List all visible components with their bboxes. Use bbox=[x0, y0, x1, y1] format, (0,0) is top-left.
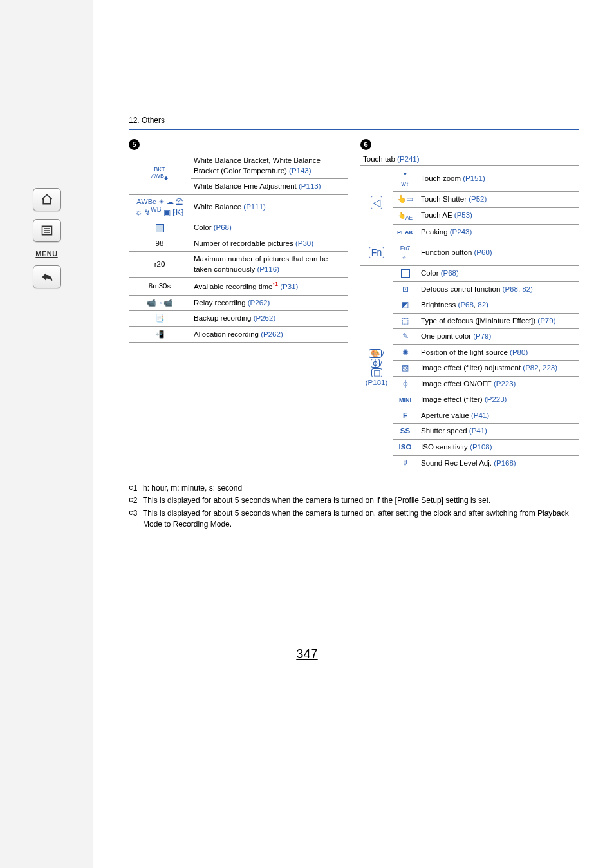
page-ref[interactable]: (P68) bbox=[214, 223, 232, 231]
back-button[interactable] bbox=[33, 265, 61, 288]
page-ref[interactable]: (P41) bbox=[471, 411, 489, 419]
row-desc: Brightness (P68, 82) bbox=[418, 297, 579, 314]
row-desc: Peaking (P243) bbox=[418, 224, 579, 240]
page-ref[interactable]: (P68) bbox=[441, 269, 459, 277]
page-ref[interactable]: (P151) bbox=[463, 175, 485, 182]
page-ref[interactable]: (P168) bbox=[494, 459, 516, 467]
row-desc: Type of defocus ([Miniature Effect]) (P7… bbox=[418, 313, 579, 329]
footnote-1: ¢1h: hour, m: minute, s: second bbox=[129, 483, 579, 494]
touch-tab-group-1-icon: ◁ bbox=[360, 166, 393, 240]
menu-button[interactable]: MENU bbox=[35, 250, 57, 258]
footnote-3: ¢3This is displayed for about 5 seconds … bbox=[129, 508, 579, 531]
touch-shutter-icon: 👆▭ bbox=[393, 192, 418, 208]
page-ref[interactable]: (P223) bbox=[494, 380, 516, 388]
row-desc: White Balance Fine Adjustment (P113) bbox=[191, 179, 348, 195]
row-desc: Defocus control function (P68, 82) bbox=[418, 281, 579, 297]
page-ref[interactable]: (P111) bbox=[243, 203, 266, 211]
row-desc: Image effect (filter) (P223) bbox=[418, 392, 579, 408]
page-ref[interactable]: (P241) bbox=[397, 155, 420, 163]
mini-icon: MINI bbox=[393, 392, 418, 408]
page-ref[interactable]: (P79) bbox=[537, 317, 555, 325]
sidebar-nav: MENU bbox=[0, 188, 93, 288]
row-desc: Position of the light source (P80) bbox=[418, 344, 579, 361]
list-button[interactable] bbox=[33, 219, 61, 242]
touch-tab-group-2-icon: Fn bbox=[360, 240, 393, 266]
table-row: 🎨/ ϕ/ ◫ (P181) Color (P68) bbox=[360, 266, 579, 282]
page-ref[interactable]: (P41) bbox=[469, 427, 487, 435]
table-row: ISO ISO sensitivity (P108) bbox=[360, 440, 579, 456]
row-desc: Allocation recording (P262) bbox=[191, 326, 348, 343]
table-row: ⊡ Defocus control function (P68, 82) bbox=[360, 281, 579, 297]
page-ref[interactable]: (P116) bbox=[257, 265, 279, 273]
page-ref[interactable]: (P80) bbox=[510, 348, 528, 356]
section-5-table: BKTAWB◆ White Balance Bracket, White Bal… bbox=[129, 153, 348, 343]
table-row: 8m30s Available recording time*1 (P31) bbox=[129, 278, 348, 295]
row-desc: Shutter speed (P41) bbox=[418, 424, 579, 440]
page-ref[interactable]: 223) bbox=[543, 364, 557, 372]
page-ref[interactable]: (P262) bbox=[261, 330, 283, 338]
page-ref[interactable]: (P262) bbox=[254, 314, 276, 322]
table-row: 98 Number of recordable pictures (P30) bbox=[129, 236, 348, 252]
wb-bracket-icon: BKTAWB◆ bbox=[129, 153, 191, 195]
page-ref[interactable]: (P181) bbox=[366, 379, 388, 386]
page-ref[interactable]: 82) bbox=[478, 301, 488, 308]
row-desc: Aperture value (P41) bbox=[418, 408, 579, 424]
table-row: BKTAWB◆ White Balance Bracket, White Bal… bbox=[129, 153, 348, 179]
table-row: PEAK Peaking (P243) bbox=[360, 224, 579, 240]
page-ref[interactable]: (P52) bbox=[469, 195, 487, 203]
touch-tab-group-3-icon: 🎨/ ϕ/ ◫ (P181) bbox=[360, 266, 393, 471]
page-ref[interactable]: (P223) bbox=[485, 395, 507, 403]
row-desc: White Balance (P111) bbox=[191, 194, 348, 220]
home-button[interactable] bbox=[33, 188, 61, 211]
header-rule bbox=[129, 129, 579, 130]
mic-icon: 🎙 bbox=[393, 455, 418, 471]
page-ref[interactable]: (P53) bbox=[454, 211, 472, 219]
page-ref[interactable]: (P262) bbox=[248, 299, 270, 307]
continuous-count: r20 bbox=[129, 252, 191, 278]
wb-icons: AWBc ☀ ☁ ⛱☼ ↯WB ▣ ⁅K⁆ bbox=[129, 194, 191, 220]
effect-onoff-icon: ϕ bbox=[393, 376, 418, 392]
light-source-icon: ✺ bbox=[393, 344, 418, 361]
row-desc: Touch Shutter (P52) bbox=[418, 192, 579, 208]
row-desc: Number of recordable pictures (P30) bbox=[191, 236, 348, 252]
section-5-badge: 5 bbox=[129, 139, 140, 150]
row-desc: White Balance Bracket, White Balance Bra… bbox=[191, 153, 348, 179]
row-desc: One point color (P79) bbox=[418, 329, 579, 345]
page-ref[interactable]: (P30) bbox=[295, 240, 313, 247]
backup-icon: 📑 bbox=[129, 311, 191, 327]
page-ref[interactable]: (P243) bbox=[450, 228, 472, 236]
one-point-color-icon: ✎ bbox=[393, 329, 418, 345]
touch-zoom-icon: ▾w↕ bbox=[393, 166, 418, 192]
table-row: 📑 Backup recording (P262) bbox=[129, 311, 348, 327]
row-desc: Touch zoom (P151) bbox=[418, 166, 579, 192]
section-6: 6 Touch tab (P241) ◁ ▾w↕ Touch zoom (P15… bbox=[360, 139, 579, 471]
pictures-count: 98 bbox=[129, 236, 191, 252]
page-number: 347 bbox=[0, 646, 614, 661]
page-ref[interactable]: 82) bbox=[522, 285, 533, 293]
table-row: ⬚ Type of defocus ([Miniature Effect]) (… bbox=[360, 313, 579, 329]
shutter-speed-icon: SS bbox=[393, 424, 418, 440]
table-row: 📹→📹 Relay recording (P262) bbox=[129, 295, 348, 311]
row-desc: Color (P68) bbox=[191, 220, 348, 236]
table-row: 👆▭ Touch Shutter (P52) bbox=[360, 192, 579, 208]
section-6-badge: 6 bbox=[360, 139, 371, 150]
page-ref[interactable]: (P113) bbox=[299, 182, 321, 190]
table-row: 🎙 Sound Rec Level Adj. (P168) bbox=[360, 455, 579, 471]
filter-adjust-icon: ▧ bbox=[393, 361, 418, 377]
page-ref[interactable]: (P82 bbox=[523, 364, 538, 372]
page-ref[interactable]: (P79) bbox=[473, 332, 491, 340]
page-ref[interactable]: (P68 bbox=[458, 301, 474, 308]
miniature-defocus-icon: ⬚ bbox=[393, 313, 418, 329]
page-ref[interactable]: (P108) bbox=[470, 443, 492, 451]
page-ref[interactable]: (P143) bbox=[289, 167, 312, 175]
table-row: Fn Fn7ᯤ Function button (P60) bbox=[360, 240, 579, 266]
row-desc: Touch AE (P53) bbox=[418, 207, 579, 224]
table-row: SS Shutter speed (P41) bbox=[360, 424, 579, 440]
page-ref[interactable]: (P31) bbox=[278, 283, 298, 290]
page-content: 12. Others 5 BKTAWB◆ White Balance Brack… bbox=[129, 116, 579, 532]
table-row: Color (P68) bbox=[129, 220, 348, 236]
page-ref[interactable]: (P60) bbox=[474, 249, 492, 256]
relay-icon: 📹→📹 bbox=[129, 295, 191, 311]
page-ref[interactable]: (P68 bbox=[503, 285, 518, 293]
section-5: 5 BKTAWB◆ White Balance Bracket, White B… bbox=[129, 139, 348, 471]
